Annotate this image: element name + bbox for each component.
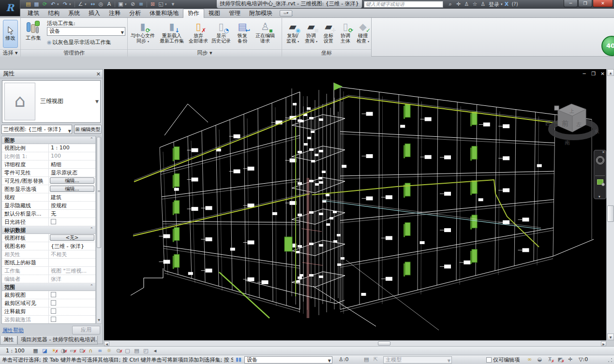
filter-indicator[interactable]: ▽:0 bbox=[579, 356, 588, 363]
chevron-down-icon[interactable]: ▾ bbox=[125, 2, 129, 6]
worksharing-display-icon[interactable]: ▤ bbox=[364, 356, 369, 363]
properties-scrollbar[interactable]: ▼ bbox=[96, 136, 102, 324]
edit-value-button[interactable]: <无> bbox=[50, 234, 94, 241]
text-icon[interactable]: A bbox=[105, 0, 113, 8]
ribbon-tab-插入[interactable]: 插入 bbox=[84, 9, 105, 18]
coordination-settings-button[interactable]: ▰✛坐标设置 bbox=[320, 19, 337, 48]
property-value[interactable]: 无 bbox=[49, 210, 95, 218]
property-value[interactable]: 1 : 100 bbox=[49, 144, 95, 152]
chevron-down-icon[interactable]: ▾ bbox=[69, 2, 73, 6]
save-icon[interactable]: ▦ bbox=[32, 0, 41, 8]
chevron-down-icon[interactable]: ▾ bbox=[57, 2, 61, 6]
infocenter-search-input[interactable]: 键入关键字或短语 bbox=[364, 1, 443, 8]
notification-badge[interactable]: 40 bbox=[601, 36, 614, 56]
properties-help-link[interactable]: 属性帮助 bbox=[2, 327, 24, 334]
temporary-hide-isolate-icon[interactable]: ∞ bbox=[95, 347, 105, 355]
checkbox-icon[interactable] bbox=[51, 292, 56, 297]
vertical-scroll-thumb[interactable] bbox=[607, 205, 614, 222]
view-scale-button[interactable]: 1 : 100 bbox=[3, 347, 28, 354]
drag-on-selection-toggle[interactable]: ✛ bbox=[565, 356, 575, 363]
active-workset-select[interactable]: 设备▼ bbox=[47, 27, 125, 36]
show-history-button[interactable]: ▯◔显示历史记录 bbox=[210, 19, 232, 48]
resize-grip[interactable] bbox=[607, 357, 613, 363]
select-links-toggle[interactable]: ∞ bbox=[524, 356, 535, 363]
editable-only-checkbox[interactable]: 仅可编辑项 bbox=[486, 356, 520, 364]
gray-inactive-worksets-toggle[interactable]: ◉以灰色显示非活动工作集 bbox=[47, 39, 111, 46]
sync-with-central-icon[interactable]: ⟳ bbox=[41, 0, 49, 8]
select-by-face-toggle[interactable]: ◩✗ bbox=[555, 356, 565, 363]
undo-icon[interactable]: ↶ bbox=[49, 0, 57, 8]
exchange-apps-icon[interactable]: X bbox=[503, 0, 511, 8]
view-close-button[interactable]: ✕ bbox=[599, 71, 606, 76]
ribbon-display-toggle[interactable]: ▭▾ bbox=[280, 10, 292, 16]
collapse-icon[interactable]: ⌃ bbox=[90, 227, 93, 232]
property-value[interactable]: 张洋 bbox=[49, 275, 95, 283]
visual-style-icon[interactable]: ◪ bbox=[40, 347, 49, 355]
help-icon[interactable]: (?) bbox=[511, 0, 519, 8]
unlocked-3d-view-icon[interactable]: ∩ bbox=[86, 347, 95, 355]
maximize-button[interactable]: ❐ bbox=[578, 0, 592, 7]
synchronize-panel-label[interactable]: 同步 ▾ bbox=[128, 49, 282, 57]
sync-with-central-button[interactable]: ▮⟳与中心文件同步 ▾ bbox=[129, 19, 156, 48]
vertical-scrollbar[interactable]: ▲ ▼ bbox=[606, 69, 614, 340]
interference-check-button[interactable]: ◆✓碰撞检查 ▾ bbox=[354, 19, 372, 48]
shadows-icon[interactable]: ◑✗ bbox=[59, 347, 68, 355]
sun-path-icon[interactable]: ☀✗ bbox=[49, 347, 59, 355]
properties-scroll-thumb[interactable] bbox=[97, 137, 101, 248]
hide-analytical-model-icon[interactable]: ▢ bbox=[123, 347, 132, 355]
drawing-area[interactable]: 南东西 前 上 左 ─ ❐ ✕ ✕ ▾ bbox=[104, 69, 606, 340]
minimize-button[interactable]: ─ bbox=[564, 0, 578, 7]
collapse-viewbar-icon[interactable]: ◂ bbox=[150, 347, 160, 355]
view-minimize-button[interactable]: ─ bbox=[581, 71, 587, 76]
favorites-icon[interactable]: ☆ bbox=[471, 0, 479, 8]
property-value[interactable]: 显示原状态 bbox=[49, 169, 95, 176]
zoom-tool-icon[interactable] bbox=[597, 179, 603, 185]
select-pinned-toggle[interactable]: ⊼✗ bbox=[545, 356, 555, 363]
ribbon-tab-体量和场地[interactable]: 体量和场地 bbox=[145, 9, 183, 18]
tag-by-category-icon[interactable]: ◎ bbox=[97, 0, 105, 8]
chevron-down-icon[interactable]: ▾ bbox=[165, 2, 169, 6]
select-underlay-toggle[interactable]: ◒ bbox=[535, 356, 545, 363]
search-icon[interactable]: ⌕ bbox=[446, 0, 454, 8]
coordination-host-button[interactable]: ▯⟳协调主体 bbox=[337, 19, 354, 48]
apply-button[interactable]: 应用 bbox=[72, 326, 100, 335]
property-section-范围[interactable]: 范围⌃ bbox=[2, 283, 95, 291]
modify-button[interactable]: 修改 bbox=[3, 20, 18, 48]
signin-icon[interactable]: ♙ bbox=[479, 0, 487, 8]
ribbon-tab-附加模块[interactable]: 附加模块 bbox=[245, 9, 277, 18]
select-panel-label[interactable]: 选择 ▾ bbox=[0, 49, 20, 57]
ribbon-tab-注释[interactable]: 注释 bbox=[105, 9, 125, 18]
horizontal-scrollbar[interactable]: ◀ ▶ bbox=[104, 340, 606, 346]
ribbon-tab-视图[interactable]: 视图 bbox=[204, 9, 225, 18]
displacement-sets-icon[interactable]: ▤ bbox=[132, 347, 141, 355]
measure-icon[interactable]: ∠ bbox=[76, 0, 85, 8]
wireframe-3d-view[interactable]: 南东西 前 上 左 bbox=[104, 69, 606, 340]
copy-monitor-button[interactable]: ▰◉复制/监视 ▾ bbox=[284, 19, 302, 48]
aligned-dimension-icon[interactable]: ↔ bbox=[89, 0, 97, 8]
property-value[interactable] bbox=[49, 259, 95, 266]
collapse-icon[interactable]: ⌃ bbox=[90, 137, 93, 142]
edit-value-button[interactable]: 编辑... bbox=[50, 177, 94, 184]
crop-view-icon[interactable]: ▭✗ bbox=[68, 347, 77, 355]
scroll-up-arrow[interactable]: ▲ bbox=[607, 69, 614, 76]
temporary-view-properties-icon[interactable]: ⊙✗ bbox=[114, 347, 123, 355]
steering-wheel-icon[interactable] bbox=[596, 156, 604, 164]
constraints-icon[interactable]: ◰ bbox=[141, 347, 150, 355]
property-value[interactable]: 按规程 bbox=[49, 202, 95, 209]
navbar-more-icon[interactable]: ▾ bbox=[599, 195, 600, 199]
relinquish-all-button[interactable]: ▯✗放弃全部请求 bbox=[187, 19, 210, 48]
properties-tab[interactable]: 属性 bbox=[0, 336, 17, 345]
editing-requests-indicator[interactable]: ♙:0 bbox=[339, 356, 349, 363]
horizontal-scroll-thumb[interactable] bbox=[378, 341, 390, 346]
instance-selector[interactable]: 三维视图: {三维 - 张洋}▼ bbox=[1, 125, 72, 134]
checkbox-icon[interactable] bbox=[51, 300, 56, 306]
restore-backup-button[interactable]: ▤↩恢复备份 bbox=[233, 19, 252, 48]
communication-center-icon[interactable]: ✛ bbox=[454, 0, 463, 8]
view-restore-button[interactable]: ❐ bbox=[590, 71, 597, 76]
redo-icon[interactable]: ↷ bbox=[61, 0, 69, 8]
thin-lines-icon[interactable]: ≡ bbox=[137, 0, 145, 8]
default-3d-view-icon[interactable]: ▣ bbox=[117, 0, 125, 8]
checkbox-icon[interactable] bbox=[486, 357, 492, 363]
navbar-close-icon[interactable]: ✕ bbox=[602, 150, 605, 154]
property-value[interactable]: 100 bbox=[49, 152, 95, 160]
